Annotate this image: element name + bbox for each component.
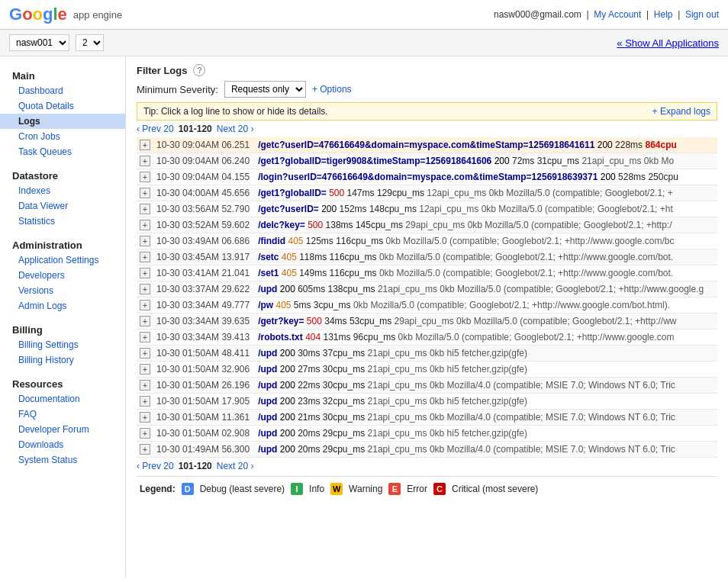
log-row[interactable]: +10-30 03:37AM 29.622/upd 200 605ms 138c… [137,281,717,297]
log-row[interactable]: +10-30 09:04AM 06.251/getc?userID=476616… [137,137,717,153]
log-date: 10-30 04:00AM 45.656 [153,185,255,201]
log-url: /findid [258,236,285,246]
expand-row-btn[interactable]: + [140,300,150,310]
expand-row-btn[interactable]: + [140,332,150,342]
expand-row-btn[interactable]: + [140,316,150,326]
log-date: 10-30 01:49AM 56.300 [153,442,255,458]
log-date: 10-30 09:04AM 04.155 [153,169,255,185]
log-row[interactable]: +10-30 03:34AM 39.413/robots.txt 404 131… [137,330,717,346]
sidebar-item-system-status[interactable]: System Status [0,452,125,468]
expand-row-btn[interactable]: + [140,284,150,294]
options-link[interactable]: + Options [312,84,352,95]
log-row[interactable]: +10-30 09:04AM 04.155/login?userID=47661… [137,169,717,185]
log-row[interactable]: +10-30 03:41AM 21.041/set1 405 149ms 116… [137,265,717,281]
log-url: /set1 [258,268,279,278]
app-engine-label: app engine [73,9,122,21]
log-row[interactable]: +10-30 01:50AM 26.196/upd 200 22ms 30cpu… [137,378,717,394]
sidebar-admin-title: Administration [0,233,125,252]
expand-row-btn[interactable]: + [140,444,150,455]
log-rest: 21api_cpu_ms 0kb Mozilla/4.0 (compatible… [365,412,675,423]
expand-row-btn[interactable]: + [140,172,150,182]
log-status: 500 [308,220,323,230]
help-icon[interactable]: ? [193,64,205,76]
app-id-select[interactable]: nasw001 [9,34,69,51]
log-details: /delc?key= 500 138ms 145cpu_ms 29api_cpu… [255,217,717,233]
log-row[interactable]: +10-30 01:50AM 02.908/upd 200 20ms 29cpu… [137,426,717,442]
help-link[interactable]: Help [654,9,673,20]
sidebar-item-developers[interactable]: Developers [0,268,125,283]
log-table: +10-30 09:04AM 06.251/getc?userID=476616… [137,137,717,458]
log-row[interactable]: +10-30 09:04AM 06.240/get1?globalID=tige… [137,153,717,169]
prev-page-top[interactable]: ‹ Prev 20 [137,124,174,134]
expand-row-btn[interactable]: + [140,396,150,407]
debug-label: Debug (least severe) [200,484,285,494]
log-row[interactable]: +10-30 01:50AM 48.411/upd 200 30ms 37cpu… [137,346,717,362]
log-status: 200 [280,396,295,407]
expand-row-btn[interactable]: + [140,220,150,230]
show-all-link[interactable]: « Show All Applications [617,37,719,49]
expand-logs-link[interactable]: + Expand logs [652,106,710,117]
sidebar-item-versions[interactable]: Versions [0,283,125,298]
expand-row-btn[interactable]: + [140,348,150,359]
sidebar-item-downloads[interactable]: Downloads [0,437,125,452]
log-status: 405 [288,236,303,246]
log-row[interactable]: +10-30 03:52AM 59.602/delc?key= 500 138m… [137,217,717,233]
log-row[interactable]: +10-30 01:49AM 56.300/upd 200 20ms 29cpu… [137,442,717,458]
sidebar-item-dashboard[interactable]: Dashboard [0,83,125,98]
log-details: /getc?userID=476616649&domain=myspace.co… [255,137,717,153]
next-page-bottom[interactable]: Next 20 › [217,461,254,471]
sidebar-item-logs[interactable]: Logs [0,114,125,129]
sign-out-link[interactable]: Sign out [685,9,719,20]
sidebar-item-documentation[interactable]: Documentation [0,391,125,407]
log-row[interactable]: +10-30 01:50AM 11.361/upd 200 21ms 30cpu… [137,410,717,426]
log-row[interactable]: +10-30 03:34AM 49.777/pw 405 5ms 3cpu_ms… [137,297,717,314]
log-row[interactable]: +10-30 03:34AM 39.635/getr?key= 500 34ms… [137,314,717,330]
log-row[interactable]: +10-30 03:56AM 52.790/getc?userID= 200 1… [137,201,717,217]
log-row[interactable]: +10-30 03:49AM 06.686/findid 405 125ms 1… [137,233,717,249]
expand-row-btn[interactable]: + [140,140,150,150]
expand-row-btn[interactable]: + [140,252,150,262]
logo: Google app engine [9,5,122,24]
filter-logs-title: Filter Logs [137,65,187,76]
expand-row-btn[interactable]: + [140,156,150,166]
log-cpu: 116cpu_ms [336,236,383,246]
sidebar-item-developer-forum[interactable]: Developer Forum [0,422,125,437]
severity-select[interactable]: Requests only Debug Info Warning Error C… [224,81,306,98]
expand-row-btn[interactable]: + [140,204,150,214]
expand-row-btn[interactable]: + [140,380,150,391]
expand-row-btn[interactable]: + [140,412,150,423]
critical-badge: C [433,483,446,495]
sidebar-item-quota-details[interactable]: Quota Details [0,98,125,114]
log-url: /upd [258,380,277,391]
log-row[interactable]: +10-30 01:50AM 17.905/upd 200 23ms 32cpu… [137,394,717,410]
sidebar-item-statistics[interactable]: Statistics [0,214,125,229]
sidebar-item-app-settings[interactable]: Application Settings [0,252,125,268]
expand-row-btn[interactable]: + [140,364,150,375]
log-details: /upd 200 21ms 30cpu_ms 21api_cpu_ms 0kb … [255,410,717,426]
my-account-link[interactable]: My Account [594,9,641,20]
main-content: Filter Logs ? Minimum Severity: Requests… [126,56,728,577]
log-url: /robots.txt [258,332,303,342]
log-row[interactable]: +10-30 04:00AM 45.656/get1?globalID= 500… [137,185,717,201]
prev-page-bottom[interactable]: ‹ Prev 20 [137,461,174,471]
log-row[interactable]: +10-30 03:45AM 13.917/setc 405 118ms 116… [137,249,717,265]
next-page-top[interactable]: Next 20 › [217,124,254,134]
log-date: 10-30 01:50AM 48.411 [153,346,255,362]
log-rest: 29api_cpu_ms 0kb Mozilla/5.0 (compatible… [403,220,672,230]
log-details: /upd 200 22ms 30cpu_ms 21api_cpu_ms 0kb … [255,378,717,394]
sidebar-item-faq[interactable]: FAQ [0,407,125,422]
expand-row-btn[interactable]: + [140,188,150,198]
sidebar-item-admin-logs[interactable]: Admin Logs [0,298,125,314]
sidebar-item-indexes[interactable]: Indexes [0,183,125,198]
sidebar-item-task-queues[interactable]: Task Queues [0,144,125,159]
sidebar-item-data-viewer[interactable]: Data Viewer [0,198,125,214]
log-row[interactable]: +10-30 01:50AM 32.906/upd 200 27ms 30cpu… [137,362,717,378]
version-select[interactable]: 2 [76,34,104,51]
expand-row-btn[interactable]: + [140,236,150,246]
expand-row-btn[interactable]: + [140,428,150,439]
sidebar-item-cron-jobs[interactable]: Cron Jobs [0,129,125,144]
log-cpu: 31cpu_ms [537,156,579,166]
sidebar-item-billing-history[interactable]: Billing History [0,352,125,368]
expand-row-btn[interactable]: + [140,268,150,278]
sidebar-item-billing-settings[interactable]: Billing Settings [0,337,125,352]
